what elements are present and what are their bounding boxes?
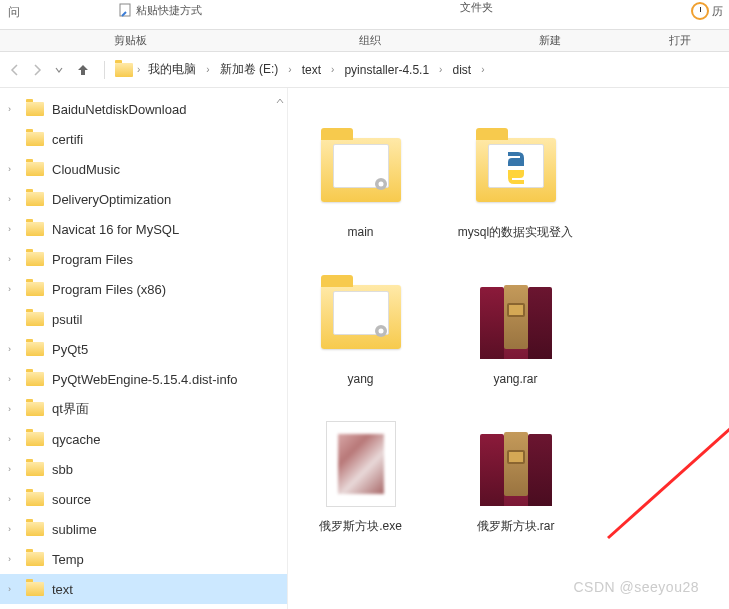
tree-item[interactable]: ›psutil [0,304,287,334]
scroll-up-icon[interactable] [275,96,285,108]
folder-icon [26,432,44,446]
chevron-right-icon[interactable]: › [8,284,18,294]
folder-icon [26,102,44,116]
folder-tree[interactable]: ›BaiduNetdiskDownload›certifi›CloudMusic… [0,88,288,609]
chevron-right-icon[interactable]: › [481,64,484,75]
clock-icon [691,2,709,20]
chevron-right-icon[interactable]: › [8,554,18,564]
tree-item-label: sbb [52,462,73,477]
tree-item[interactable]: ›DeliveryOptimization [0,184,287,214]
nav-back[interactable] [6,61,24,79]
ribbon-top: 问 粘贴快捷方式 文件夹 历 [0,0,729,30]
tree-item[interactable]: ›certifi [0,124,287,154]
folder-icon [476,138,556,202]
tree-item[interactable]: ›Program Files (x86) [0,274,287,304]
nav-forward[interactable] [28,61,46,79]
crumb-1[interactable]: 新加卷 (E:) [216,59,283,80]
chevron-right-icon[interactable]: › [439,64,442,75]
folder-icon [26,582,44,596]
tree-item[interactable]: ›Program Files [0,244,287,274]
chevron-right-icon[interactable]: › [8,464,18,474]
folder-icon [26,372,44,386]
group-new: 新建 [480,33,620,48]
chevron-right-icon[interactable]: › [8,104,18,114]
file-item[interactable]: yang.rar [453,265,578,392]
folder-icon [26,342,44,356]
tree-item[interactable]: ›Navicat 16 for MySQL [0,214,287,244]
file-label: 俄罗斯方块.rar [477,518,555,535]
chevron-right-icon[interactable]: › [8,254,18,264]
tree-item-label: PyQtWebEngine-5.15.4.dist-info [52,372,237,387]
chevron-right-icon[interactable]: › [8,164,18,174]
chevron-right-icon[interactable]: › [8,224,18,234]
folder-icon [26,522,44,536]
tree-item[interactable]: ›PyQt5 [0,334,287,364]
tree-item[interactable]: ›sbb [0,454,287,484]
tree-item[interactable]: ›qt界面 [0,394,287,424]
tree-item-label: Program Files (x86) [52,282,166,297]
tree-item[interactable]: ›qycache [0,424,287,454]
file-list[interactable]: mainmysql的数据实现登入yangyang.rar俄罗斯方块.exe俄罗斯… [288,88,729,609]
chevron-right-icon[interactable]: › [288,64,291,75]
chevron-right-icon[interactable]: › [8,374,18,384]
shortcut-icon [118,2,134,18]
folder-icon [26,132,44,146]
main-area: ›BaiduNetdiskDownload›certifi›CloudMusic… [0,88,729,609]
chevron-right-icon[interactable]: › [8,434,18,444]
new-folder-group[interactable]: 文件夹 [452,0,501,15]
watermark: CSDN @seeyou28 [574,579,700,595]
tree-item[interactable]: ›source [0,484,287,514]
tree-item-label: certifi [52,132,83,147]
folder-icon [26,192,44,206]
nav-recent-dropdown[interactable] [50,61,68,79]
tree-item-label: CloudMusic [52,162,120,177]
folder-icon [26,462,44,476]
annotation-arrow [588,348,729,548]
rar-archive-icon [480,422,552,506]
chevron-right-icon[interactable]: › [8,404,18,414]
chevron-right-icon[interactable]: › [8,494,18,504]
chevron-right-icon[interactable]: › [8,584,18,594]
crumb-4[interactable]: dist [448,61,475,79]
group-organize: 组织 [270,33,470,48]
tree-item-label: sublime [52,522,97,537]
file-item[interactable]: yang [298,265,423,392]
chevron-right-icon[interactable]: › [8,194,18,204]
chevron-right-icon[interactable]: › [331,64,334,75]
python-icon [496,148,536,188]
file-item[interactable]: 俄罗斯方块.exe [298,412,423,539]
location-folder-icon [115,63,133,77]
file-item[interactable]: main [298,118,423,245]
file-label: main [347,224,373,241]
history-button[interactable]: 历 [691,2,723,20]
tree-item[interactable]: ›text [0,574,287,604]
file-label: mysql的数据实现登入 [458,224,573,241]
nav-up[interactable] [72,59,94,81]
file-item[interactable]: mysql的数据实现登入 [453,118,578,245]
ribbon-group-labels: 剪贴板 组织 新建 打开 [0,30,729,52]
nav-row: › 我的电脑›新加卷 (E:)›text›pyinstaller-4.5.1›d… [0,52,729,88]
file-label: yang.rar [493,371,537,388]
crumb-0[interactable]: 我的电脑 [144,59,200,80]
crumb-3[interactable]: pyinstaller-4.5.1 [340,61,433,79]
crumb-2[interactable]: text [298,61,325,79]
chevron-right-icon[interactable]: › [8,344,18,354]
tree-item[interactable]: ›sublime [0,514,287,544]
tree-item-label: text [52,582,73,597]
tree-item[interactable]: ›BaiduNetdiskDownload [0,94,287,124]
tree-item[interactable]: ›PyQtWebEngine-5.15.4.dist-info [0,364,287,394]
folder-icon [26,252,44,266]
chevron-right-icon[interactable]: › [8,524,18,534]
tree-item-label: DeliveryOptimization [52,192,171,207]
nav-separator [104,61,105,79]
folder-icon [26,552,44,566]
paste-shortcut[interactable]: 粘贴快捷方式 [118,2,202,18]
file-item[interactable]: 俄罗斯方块.rar [453,412,578,539]
chevron-right-icon[interactable]: › [137,64,140,75]
gear-icon [371,321,391,341]
breadcrumb: 我的电脑›新加卷 (E:)›text›pyinstaller-4.5.1›dis… [144,59,484,80]
tree-item[interactable]: ›CloudMusic [0,154,287,184]
rar-archive-icon [480,275,552,359]
tree-item[interactable]: ›Temp [0,544,287,574]
chevron-right-icon[interactable]: › [206,64,209,75]
